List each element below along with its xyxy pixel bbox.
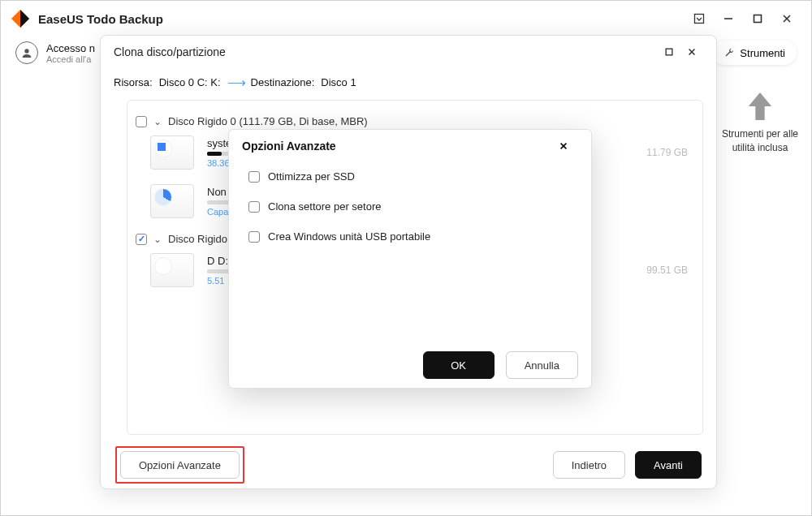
option-label: Ottimizza per SSD <box>268 170 355 183</box>
tools-button[interactable]: Strumenti <box>712 41 797 65</box>
account-line1: Accesso n <box>46 42 95 54</box>
window-close-button[interactable] <box>772 7 801 30</box>
window-dropdown-button[interactable] <box>685 7 714 30</box>
advanced-modal-header: Opzioni Avanzate <box>229 130 591 162</box>
ok-button[interactable]: OK <box>423 351 495 379</box>
option-portable-usb[interactable]: Crea Windows unità USB portabile <box>248 230 572 243</box>
advanced-footer: OK Annulla <box>229 342 591 388</box>
option-label: Clona settore per setore <box>268 200 381 213</box>
checkbox[interactable] <box>248 231 260 243</box>
clone-maximize-button[interactable] <box>658 41 680 63</box>
checkbox[interactable] <box>248 201 260 213</box>
arrow-up-icon <box>715 90 805 123</box>
svg-rect-8 <box>666 49 672 55</box>
svg-point-7 <box>24 49 28 53</box>
option-optimize-ssd[interactable]: Ottimizza per SSD <box>248 170 572 183</box>
account-line2: Accedi all'a <box>46 54 95 64</box>
svg-marker-1 <box>20 10 29 28</box>
clone-modal-title: Clona disco/partizione <box>114 45 226 58</box>
cancel-button[interactable]: Annulla <box>506 351 578 379</box>
account-text: Accesso n Accedi all'a <box>46 42 95 64</box>
advanced-options-modal: Opzioni Avanzate Ottimizza per SSD Clona… <box>228 129 592 389</box>
advanced-options-label: Opzioni Avanzate <box>139 459 221 471</box>
advanced-close-button[interactable] <box>549 135 578 157</box>
svg-rect-2 <box>695 15 704 24</box>
chevron-down-icon[interactable]: ⌄ <box>153 234 162 245</box>
source-label: Risorsa: <box>114 76 153 88</box>
next-button-label: Avanti <box>654 459 683 471</box>
partition-total: 11.79 GB <box>646 147 688 158</box>
option-label: Crea Windows unità USB portabile <box>268 230 430 243</box>
svg-rect-4 <box>754 15 762 23</box>
clone-close-button[interactable] <box>680 41 703 63</box>
app-logo-icon <box>11 9 30 28</box>
chevron-down-icon[interactable]: ⌄ <box>153 116 162 127</box>
source-value: Disco 0 C: K: <box>159 76 221 88</box>
tools-button-label: Strumenti <box>740 47 785 59</box>
cancel-button-label: Annulla <box>525 359 559 372</box>
disk-icon <box>150 184 194 218</box>
disk-icon <box>150 253 194 287</box>
disk-checkbox[interactable] <box>136 116 147 127</box>
option-sector-clone[interactable]: Clona settore per setore <box>248 200 572 213</box>
disk-checkbox[interactable] <box>136 234 147 245</box>
window-maximize-button[interactable] <box>743 7 772 30</box>
advanced-options-list: Ottimizza per SSD Clona settore per seto… <box>229 162 591 342</box>
disk-row[interactable]: ⌄ Disco Rigido 0 (111.79 GB, Di base, MB… <box>136 115 688 127</box>
arrow-right-icon: ⟶ <box>227 75 244 90</box>
disk-header-text: Disco Rigido 0 (111.79 GB, Di base, MBR) <box>168 115 368 127</box>
disk-header-text: Disco Rigido <box>168 233 227 245</box>
advanced-options-highlight: Opzioni Avanzate <box>115 446 244 484</box>
advanced-options-button[interactable]: Opzioni Avanzate <box>120 451 240 479</box>
clone-footer: Opzioni Avanzate Indietro Avanti <box>101 441 716 488</box>
wrench-icon <box>723 47 735 58</box>
next-button[interactable]: Avanti <box>635 451 702 479</box>
clone-path-row: Risorsa: Disco 0 C: K: ⟶ Destinazione: D… <box>101 68 716 100</box>
right-hint-text: Strumenti per alle utilità inclusa <box>715 127 805 155</box>
partition-total: 99.51 GB <box>646 264 688 276</box>
dest-value: Disco 1 <box>321 76 356 88</box>
window-minimize-button[interactable] <box>714 7 743 30</box>
back-button[interactable]: Indietro <box>553 451 625 479</box>
advanced-modal-title: Opzioni Avanzate <box>242 140 336 153</box>
disk-icon <box>150 135 194 170</box>
titlebar: EaseUS Todo Backup <box>1 1 811 37</box>
back-button-label: Indietro <box>572 459 607 471</box>
clone-modal-header: Clona disco/partizione <box>101 36 716 68</box>
dest-label: Destinazione: <box>251 76 315 88</box>
checkbox[interactable] <box>248 171 260 183</box>
avatar-icon[interactable] <box>15 41 38 64</box>
ok-button-label: OK <box>451 359 466 372</box>
app-title: EaseUS Todo Backup <box>38 12 163 26</box>
right-hint: Strumenti per alle utilità inclusa <box>715 90 805 155</box>
